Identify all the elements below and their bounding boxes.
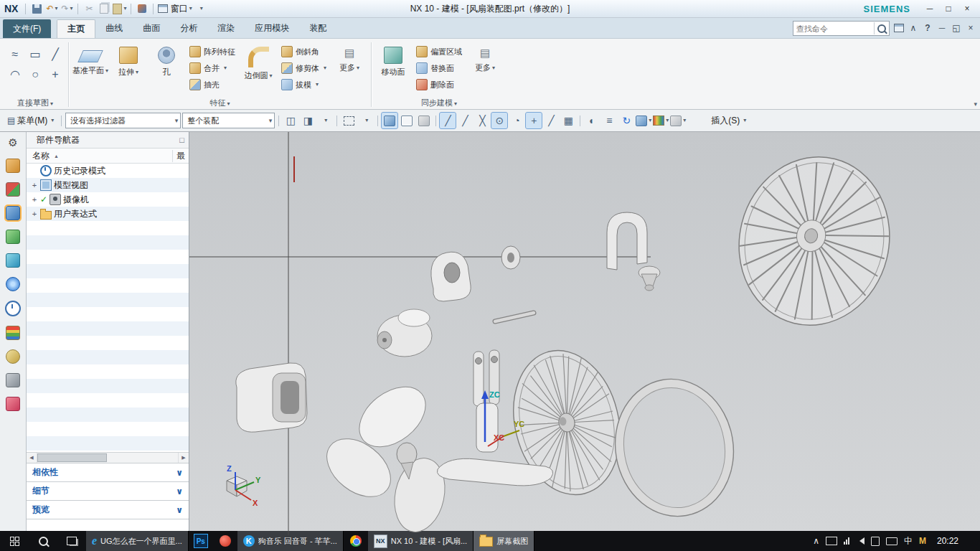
edge-blend-button[interactable]: 边倒圆▾: [240, 41, 276, 98]
reuse-library-icon[interactable]: [6, 230, 20, 244]
lasso-dropdown[interactable]: ▾: [358, 113, 374, 128]
expander-icon[interactable]: +: [31, 209, 38, 218]
tray-expand-icon[interactable]: ∧: [813, 536, 819, 546]
checkmark-icon[interactable]: ✓: [40, 195, 47, 204]
offset-region-button[interactable]: 偏置区域: [413, 44, 465, 60]
view-orientation-dropdown[interactable]: ▾: [636, 113, 651, 128]
snap-arc-center-icon[interactable]: ⊙: [491, 113, 507, 128]
redo-button[interactable]: ↷▾: [60, 2, 73, 15]
cut-button[interactable]: ✂: [83, 2, 95, 15]
insert-menu-button[interactable]: 插入(S)▾: [707, 113, 750, 128]
arc-button[interactable]: ◠: [6, 65, 24, 84]
save-button[interactable]: [30, 2, 43, 15]
point-button[interactable]: +: [46, 65, 65, 84]
start-button[interactable]: [0, 531, 29, 551]
app-maximize-button[interactable]: □: [940, 2, 957, 15]
part-front-grille[interactable]: [704, 132, 925, 356]
manufacturing-wizard-icon[interactable]: [6, 373, 20, 387]
hole-button[interactable]: 孔: [149, 41, 184, 98]
web-browser-icon[interactable]: [6, 277, 20, 291]
group-label-synchronous[interactable]: 同步建模▾: [372, 98, 506, 108]
assembly-navigator-icon[interactable]: [6, 159, 20, 173]
undo-button[interactable]: ↶▾: [45, 2, 58, 15]
part-grille-band[interactable]: [605, 369, 745, 526]
copy-button[interactable]: [98, 2, 110, 15]
wireframe-view-icon[interactable]: [399, 113, 415, 128]
circle-button[interactable]: ○: [26, 65, 44, 84]
tab-curve[interactable]: 曲线: [95, 18, 133, 38]
notes-tray-icon[interactable]: [871, 537, 880, 546]
graphics-window[interactable]: ZC YC XC Z Y X: [189, 132, 980, 531]
menu-button[interactable]: ▤菜单(M)▾: [4, 113, 57, 128]
ribbon-options-button[interactable]: ▾: [974, 100, 977, 108]
part-motor[interactable]: [377, 309, 432, 357]
scrollbar-thumb[interactable]: [37, 453, 107, 462]
section-preview[interactable]: 预览∨: [27, 500, 189, 519]
marquee-select-icon[interactable]: [341, 113, 357, 128]
touch-keyboard-icon[interactable]: [886, 537, 897, 545]
scroll-right-icon[interactable]: ▶: [178, 453, 189, 463]
selection-filter-dropdown[interactable]: 没有选择过滤器▾: [65, 113, 181, 128]
snap-grid-point-icon[interactable]: ▦: [560, 113, 576, 128]
volume-tray-icon[interactable]: [856, 537, 864, 545]
shaded-view-icon[interactable]: [382, 113, 397, 128]
resource-options-gear-icon[interactable]: ⚙: [6, 136, 19, 149]
display-tray-icon[interactable]: [826, 537, 837, 545]
window-display-dropdown[interactable]: ▾: [670, 113, 686, 128]
snap-midpoint-icon[interactable]: ╱: [457, 113, 473, 128]
tree-item-history-mode[interactable]: 历史记录模式: [27, 164, 189, 178]
tab-home[interactable]: 主页: [57, 19, 95, 38]
layer-settings-icon[interactable]: ≡: [601, 113, 617, 128]
chamfer-button[interactable]: 倒斜角: [278, 44, 329, 60]
tab-render[interactable]: 渲染: [207, 18, 245, 38]
command-finder-search-button[interactable]: [874, 22, 889, 34]
highlight-related-icon[interactable]: ◫: [283, 113, 298, 128]
replace-face-button[interactable]: 替换面: [413, 60, 465, 76]
rectangle-button[interactable]: ▭: [26, 45, 44, 64]
help-button[interactable]: ?: [921, 22, 934, 34]
tab-analysis[interactable]: 分析: [170, 18, 207, 38]
full-screen-button[interactable]: [892, 22, 905, 34]
command-finder-input[interactable]: [793, 23, 874, 34]
taskbar-search-button[interactable]: [29, 531, 57, 551]
part-fan-blades[interactable]: [316, 375, 451, 535]
selection-scope-dropdown[interactable]: 整个装配▾: [182, 113, 275, 128]
draft-button[interactable]: 拔模▾: [278, 77, 329, 93]
delete-face-button[interactable]: 删除面: [413, 77, 465, 93]
part-arch-bracket[interactable]: [607, 212, 660, 291]
doc-restore-button[interactable]: ◱: [950, 22, 963, 34]
expander-icon[interactable]: +: [31, 181, 38, 189]
quick-access-customize-button[interactable]: ▾: [194, 2, 207, 15]
show-hide-icon[interactable]: ◐: [584, 113, 600, 128]
section-dependencies[interactable]: 相依性∨: [27, 463, 189, 481]
pattern-feature-button[interactable]: 阵列特征: [187, 44, 238, 60]
tab-surface[interactable]: 曲面: [133, 18, 170, 38]
scroll-left-icon[interactable]: ◀: [27, 453, 37, 463]
tab-file[interactable]: 文件(F): [3, 19, 51, 38]
history-icon[interactable]: [5, 301, 21, 316]
extrude-button[interactable]: 拉伸▾: [110, 41, 146, 98]
part-washer[interactable]: [501, 246, 520, 269]
taskbar-item-browser[interactable]: e UG怎么在一个界面里...: [86, 531, 189, 551]
snap-quadrant-icon[interactable]: ◔: [509, 113, 524, 128]
system-materials-icon[interactable]: [6, 326, 20, 340]
snap-intersection-icon[interactable]: ╳: [474, 113, 490, 128]
datum-plane-button[interactable]: 基准平面▾: [72, 41, 108, 98]
group-label-direct-sketch[interactable]: 直接草图▾: [3, 98, 67, 108]
rotate-view-icon[interactable]: ↻: [618, 113, 634, 128]
render-style-icon[interactable]: [416, 113, 432, 128]
hd3d-tools-icon[interactable]: [6, 253, 20, 268]
part-navigator-icon[interactable]: [6, 206, 20, 220]
language-indicator[interactable]: 中: [904, 535, 913, 547]
part-motor-housing[interactable]: [236, 363, 307, 432]
repeat-command-button[interactable]: [136, 2, 149, 15]
minimize-ribbon-button[interactable]: ∧: [907, 22, 920, 34]
network-tray-icon[interactable]: [844, 537, 849, 545]
roles-icon[interactable]: [6, 397, 20, 411]
sketch-button[interactable]: ≈: [6, 45, 24, 64]
navigator-horizontal-scrollbar[interactable]: ◀ ▶: [27, 452, 189, 463]
shell-button[interactable]: 抽壳: [187, 77, 238, 93]
navigator-column-header[interactable]: 名称▲ 最: [27, 149, 189, 164]
tree-item-model-views[interactable]: + 模型视图: [27, 178, 189, 192]
part-pivot-bracket[interactable]: [431, 252, 471, 301]
